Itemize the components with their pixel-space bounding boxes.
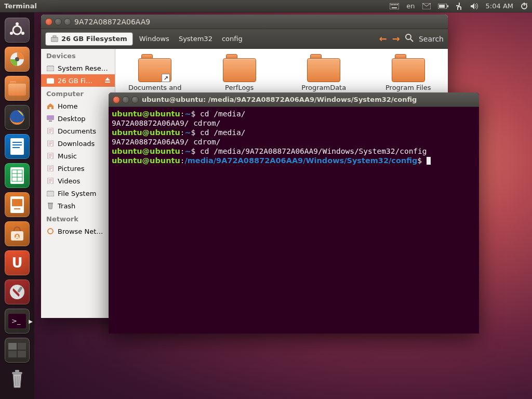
svg-rect-0	[390, 3, 399, 9]
shortcut-arrow-icon: ↗	[162, 74, 170, 82]
sidebar-item-music[interactable]: Music	[41, 150, 115, 162]
svg-rect-41	[8, 351, 17, 357]
svg-rect-61	[48, 203, 53, 204]
clock[interactable]: 5:04 AM	[486, 2, 513, 10]
launcher-settings[interactable]	[4, 278, 31, 305]
launcher-impress[interactable]	[4, 191, 31, 218]
sidebar-item-pictures[interactable]: Pictures	[41, 162, 115, 175]
drive-icon	[46, 76, 55, 85]
fm-maximize-button[interactable]	[64, 18, 71, 25]
sidebar-head-devices: Devices	[41, 49, 115, 62]
breadcrumb[interactable]: System32	[176, 34, 216, 44]
launcher-dash[interactable]	[4, 17, 31, 44]
fm-titlebar[interactable]: 9A72A08872A06AA9	[41, 15, 448, 29]
term-minimize-button[interactable]	[122, 96, 129, 103]
fm-minimize-button[interactable]	[55, 18, 62, 25]
sidebar-item-documents[interactable]: Documents	[41, 125, 115, 137]
breadcrumb[interactable]: config	[219, 34, 246, 44]
svg-rect-60	[47, 191, 54, 196]
svg-point-14	[16, 22, 19, 25]
breadcrumb[interactable]: Windows	[136, 34, 172, 44]
terminal-window: ubuntu@ubuntu: /media/9A72A08872A06AA9/W…	[109, 92, 479, 334]
launcher-files[interactable]	[4, 75, 31, 102]
search-label[interactable]: Search	[419, 35, 444, 43]
nav-forward-icon[interactable]: →	[392, 33, 400, 44]
svg-rect-21	[12, 144, 22, 145]
launcher-firefox[interactable]	[4, 104, 31, 131]
sidebar-item-label: Pictures	[58, 165, 84, 172]
term-maximize-button[interactable]	[131, 96, 139, 103]
sidebar-item-file-system[interactable]: File System	[41, 187, 115, 200]
sidebar-item-downloads[interactable]: Downloads	[41, 137, 115, 150]
sidebar-item-label: Downloads	[58, 140, 95, 148]
fm-close-button[interactable]	[45, 18, 52, 25]
svg-point-13	[13, 26, 21, 34]
launcher-trash[interactable]	[4, 366, 31, 393]
sidebar-item-network[interactable]: Browse Net…	[41, 225, 115, 237]
svg-rect-10	[439, 5, 445, 8]
sidebar-item-device[interactable]: System Rese…	[41, 62, 115, 74]
sidebar-item-home[interactable]: Home	[41, 100, 115, 112]
search-icon[interactable]	[405, 34, 414, 44]
folder-label: ProgramData	[297, 84, 351, 92]
svg-rect-4	[395, 4, 396, 5]
volume-icon[interactable]	[470, 3, 478, 10]
launcher-ubuntu-one[interactable]: U	[4, 249, 31, 276]
svg-rect-12	[524, 3, 525, 6]
sidebar-head-network: Network	[41, 212, 115, 225]
session-icon[interactable]	[521, 3, 528, 10]
path-current-label: 26 GB Filesystem	[61, 35, 127, 43]
network-icon	[46, 227, 55, 235]
sidebar-item-device-selected[interactable]: 26 GB Fi…	[41, 74, 115, 87]
svg-rect-44	[15, 370, 19, 372]
launcher-software-center[interactable]: A	[4, 220, 31, 247]
launcher-writer[interactable]	[4, 133, 31, 160]
fm-toolbar: 26 GB Filesystem Windows System32 config…	[41, 29, 448, 49]
svg-point-15	[10, 32, 13, 35]
svg-point-17	[15, 57, 19, 61]
network-icon[interactable]	[456, 3, 463, 10]
top-panel: Terminal en 5:04 AM	[0, 0, 532, 12]
battery-icon[interactable]	[438, 4, 448, 9]
launcher-terminal-launcher[interactable]: >_▶	[4, 308, 31, 335]
active-app-label: Terminal	[4, 2, 37, 10]
lang-indicator[interactable]: en	[406, 2, 415, 10]
sidebar-item-videos[interactable]: Videos	[41, 175, 115, 187]
eject-icon[interactable]	[104, 77, 111, 85]
messages-icon[interactable]	[422, 3, 431, 9]
term-close-button[interactable]	[113, 96, 120, 103]
term-titlebar[interactable]: ubuntu@ubuntu: /media/9A72A08872A06AA9/W…	[109, 92, 479, 107]
svg-rect-30	[14, 208, 20, 209]
place-icon	[46, 189, 55, 197]
svg-rect-20	[12, 142, 22, 143]
launcher-disk-analyzer[interactable]	[4, 46, 31, 73]
launcher-calc[interactable]	[4, 162, 31, 189]
svg-rect-40	[18, 343, 26, 350]
sidebar-item-label: Documents	[58, 127, 96, 135]
svg-rect-2	[392, 4, 393, 5]
place-icon	[46, 177, 55, 185]
sidebar-item-trash[interactable]: Trash	[41, 200, 115, 212]
svg-rect-39	[8, 343, 17, 350]
keyboard-indicator[interactable]	[390, 3, 399, 9]
folder-label: PerfLogs	[212, 84, 267, 92]
fm-title: 9A72A08872A06AA9	[74, 18, 150, 26]
svg-text:U: U	[11, 255, 22, 271]
svg-rect-48	[51, 37, 58, 42]
svg-text:>_: >_	[11, 317, 21, 325]
svg-rect-43	[12, 372, 22, 374]
nav-back-icon[interactable]: ←	[379, 33, 387, 44]
folder-icon: ↗	[138, 54, 171, 82]
svg-point-50	[406, 34, 411, 39]
path-current[interactable]: 26 GB Filesystem	[45, 32, 133, 46]
terminal-output[interactable]: ubuntu@ubuntu:~$ cd /media/ 9A72A08872A0…	[109, 107, 479, 167]
sidebar-item-label: Browse Net…	[58, 228, 103, 235]
place-icon	[46, 127, 55, 135]
folder-icon	[223, 54, 256, 82]
system-tray: en 5:04 AM	[390, 2, 528, 10]
sidebar-item-desktop[interactable]: Desktop	[41, 112, 115, 125]
place-icon	[46, 114, 55, 123]
sidebar-head-computer: Computer	[41, 87, 115, 100]
svg-rect-54	[49, 121, 52, 122]
launcher-workspace-switcher[interactable]	[4, 337, 31, 364]
